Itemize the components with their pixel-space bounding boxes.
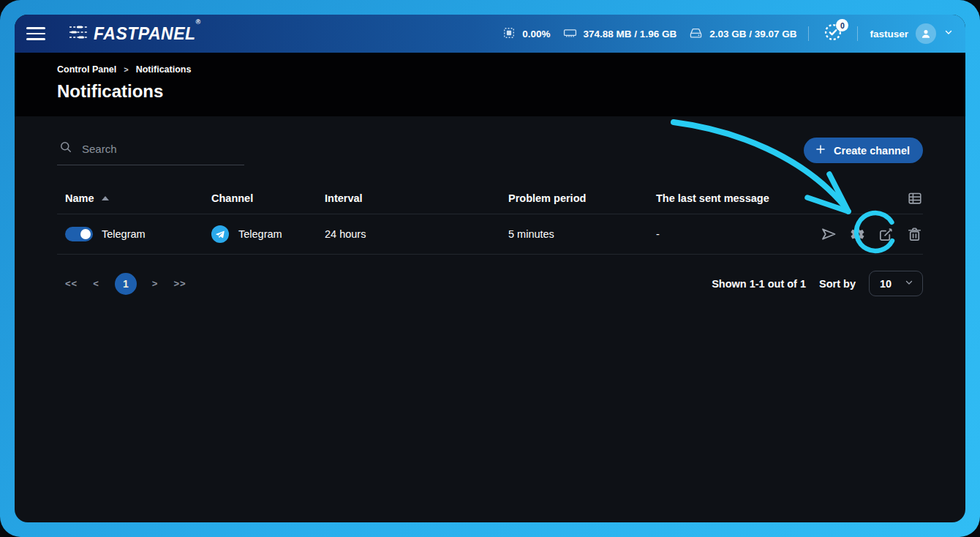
registered-mark: ® <box>196 18 201 26</box>
disk-stat: 2.03 GB / 39.07 GB <box>688 26 796 42</box>
channel-enabled-toggle[interactable] <box>65 227 93 241</box>
last-page-button[interactable]: >> <box>173 278 186 289</box>
search-field[interactable] <box>57 135 244 165</box>
breadcrumb-control-panel[interactable]: Control Panel <box>57 64 116 75</box>
pagination-row: << < 1 > >> Shown 1-1 out of 1 Sort by 1… <box>57 271 923 296</box>
page-header: Control Panel > Notifications Notificati… <box>15 53 965 116</box>
cpu-icon <box>502 26 516 42</box>
menu-button[interactable] <box>22 20 50 48</box>
row-actions <box>813 225 923 243</box>
divider <box>808 26 809 41</box>
next-page-button[interactable]: > <box>152 278 159 289</box>
cpu-value: 0.00% <box>522 29 550 40</box>
chevron-down-icon <box>943 27 954 40</box>
table-header: Name Channel Interval Problem period The… <box>57 183 923 214</box>
breadcrumb: Control Panel > Notifications <box>57 64 923 75</box>
channels-table: Name Channel Interval Problem period The… <box>57 183 923 255</box>
create-channel-label: Create channel <box>834 145 910 157</box>
breadcrumb-notifications[interactable]: Notifications <box>136 64 192 75</box>
user-menu[interactable]: fastuser <box>870 23 954 44</box>
disk-icon <box>688 26 704 42</box>
tasks-button[interactable]: 0 <box>821 21 845 46</box>
header-last-sent: The last sent message <box>656 192 813 204</box>
ram-value: 374.88 MB / 1.96 GB <box>584 29 677 40</box>
app-panel: FASTPANEL® 0.00% <box>15 15 965 522</box>
content: Create channel Name Channel Interval Pro… <box>15 116 965 296</box>
table-row: Telegram Telegram 24 hours 5 minutes - <box>57 214 923 255</box>
ram-stat: 374.88 MB / 1.96 GB <box>562 26 677 42</box>
ram-icon <box>562 26 578 42</box>
settings-button[interactable] <box>848 225 866 243</box>
select-chevron-icon <box>904 277 914 290</box>
disk-value: 2.03 GB / 39.07 GB <box>709 29 796 40</box>
per-page-select[interactable]: 10 <box>869 271 923 296</box>
prev-page-button[interactable]: < <box>93 278 99 289</box>
channel-type: Telegram <box>238 228 282 240</box>
tasks-badge: 0 <box>836 19 848 31</box>
plus-icon <box>814 143 827 158</box>
header-channel: Channel <box>211 192 325 204</box>
breadcrumb-separator: > <box>124 65 128 74</box>
sort-by-label: Sort by <box>819 278 856 290</box>
logo[interactable]: FASTPANEL® <box>69 24 201 44</box>
search-icon <box>59 140 73 157</box>
shown-count: Shown 1-1 out of 1 <box>712 278 806 290</box>
header-interval: Interval <box>325 192 508 204</box>
equalizer-icon <box>69 24 88 43</box>
divider <box>857 26 858 41</box>
telegram-icon <box>211 225 229 243</box>
column-settings-button[interactable] <box>907 190 923 206</box>
topbar: FASTPANEL® 0.00% <box>15 15 965 53</box>
interval-value: 24 hours <box>325 228 508 240</box>
username: fastuser <box>870 29 908 40</box>
channel-name: Telegram <box>102 228 146 240</box>
screenshot-frame: FASTPANEL® 0.00% <box>0 0 980 537</box>
logo-text: FASTPANEL® <box>94 24 201 44</box>
send-test-button[interactable] <box>820 225 837 243</box>
header-name[interactable]: Name <box>65 192 211 204</box>
delete-button[interactable] <box>905 225 923 243</box>
current-page-button[interactable]: 1 <box>115 273 137 295</box>
pagination: << < 1 > >> <box>65 273 186 295</box>
create-channel-button[interactable]: Create channel <box>804 138 923 163</box>
search-input[interactable] <box>82 143 243 155</box>
edit-button[interactable] <box>877 225 894 243</box>
problem-period-value: 5 minutes <box>508 228 656 240</box>
header-problem-period: Problem period <box>508 192 656 204</box>
sort-asc-icon <box>102 196 109 200</box>
first-page-button[interactable]: << <box>65 278 78 289</box>
page-title: Notifications <box>57 81 923 102</box>
avatar <box>916 23 936 44</box>
per-page-value: 10 <box>880 278 892 290</box>
last-sent-value: - <box>656 228 813 240</box>
cpu-stat: 0.00% <box>502 26 550 42</box>
